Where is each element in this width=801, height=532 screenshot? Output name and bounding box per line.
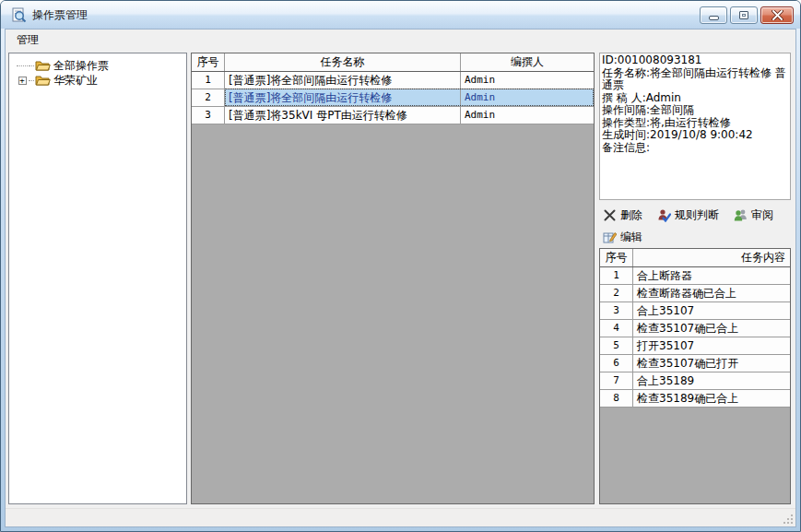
task-table-body: 1 [普通票]将全部间隔由运行转检修 Admin 2 [普通票]将全部间隔由运行…: [192, 72, 594, 124]
cell-step-content: 检查35107确已打开: [633, 355, 790, 372]
header-author[interactable]: 编撰人: [461, 53, 594, 71]
cell-step-content: 打开35107: [633, 337, 790, 354]
detail-line: 备注信息:: [602, 142, 788, 155]
cell-step-index: 4: [600, 320, 633, 337]
edit-icon: [603, 231, 617, 244]
client-area: 管理 + 全部操作票: [5, 29, 796, 527]
titlebar: 操作票管理: [1, 1, 800, 29]
maximize-icon: [739, 11, 748, 19]
content-row[interactable]: 6 检查35107确已打开: [600, 355, 790, 372]
cell-step-index: 2: [600, 285, 633, 301]
window-controls: [700, 6, 794, 24]
menubar: 管理: [6, 30, 795, 50]
menu-item-manage[interactable]: 管理: [9, 30, 46, 51]
resize-grip[interactable]: [783, 514, 794, 525]
app-icon: [11, 7, 27, 23]
tree-connector-dash: [29, 65, 34, 66]
delete-button[interactable]: 删除: [601, 207, 644, 224]
content-row[interactable]: 5 打开35107: [600, 337, 790, 355]
task-table-header: 序号 任务名称 编撰人: [192, 53, 594, 72]
minimize-icon: [709, 16, 719, 20]
main-region: + 全部操作票 +: [6, 50, 795, 508]
cell-step-index: 6: [600, 355, 633, 372]
cell-task-name: [普通票]将全部间隔由运行转检修: [225, 89, 461, 106]
detail-line: 操作类型:将,由运行转检修: [602, 117, 788, 130]
cell-index: 2: [192, 89, 225, 106]
cell-step-index: 5: [600, 337, 633, 354]
cell-step-content: 检查35107确已合上: [633, 320, 790, 337]
cell-step-content: 合上35189: [633, 372, 790, 389]
header-task-name[interactable]: 任务名称: [225, 53, 461, 71]
tree-panel: + 全部操作票 +: [8, 53, 187, 504]
expand-plus-icon[interactable]: +: [18, 77, 27, 85]
cell-step-index: 3: [600, 302, 633, 319]
review-icon: [734, 208, 748, 222]
rule-check-label: 规则判断: [675, 207, 719, 223]
status-bar: [6, 508, 795, 526]
edit-button[interactable]: 编辑: [601, 229, 644, 246]
folder-icon: [35, 74, 51, 87]
cell-author: Admin: [461, 89, 594, 106]
header-step-index[interactable]: 序号: [600, 249, 633, 266]
delete-icon: [603, 208, 617, 222]
detail-line: 操作间隔:全部间隔: [602, 104, 788, 117]
content-table-header: 序号 任务内容: [600, 249, 790, 267]
cell-step-index: 7: [600, 372, 633, 389]
content-row[interactable]: 3 合上35107: [600, 302, 790, 320]
minimize-button[interactable]: [700, 6, 727, 24]
delete-label: 删除: [620, 207, 642, 223]
task-table: 序号 任务名称 编撰人 1 [普通票]将全部间隔由运行转检修 Admin: [191, 53, 595, 504]
cell-index: 3: [192, 107, 225, 124]
details-panel: ID:001008093181 任务名称:将全部间隔由运行转检修 普通票 撰 稿…: [599, 53, 791, 200]
cell-author: Admin: [461, 107, 594, 124]
review-label: 审阅: [751, 207, 773, 223]
tree-item[interactable]: + 全部操作票: [9, 58, 186, 73]
cell-step-content: 检查断路器确已合上: [633, 285, 790, 301]
cell-step-index: 1: [600, 267, 633, 284]
tree-connector: [17, 65, 28, 66]
header-index[interactable]: 序号: [192, 53, 225, 71]
detail-line: 撰 稿 人:Admin: [602, 92, 788, 105]
content-table-body: 1 合上断路器 2 检查断路器确已合上 3 合上35107: [600, 267, 790, 408]
maximize-button[interactable]: [730, 6, 758, 24]
tree-item-label: 华荣矿业: [53, 73, 98, 89]
cell-step-content: 合上35107: [633, 302, 790, 319]
cell-author: Admin: [461, 72, 594, 89]
content-row[interactable]: 4 检查35107确已合上: [600, 320, 790, 337]
tree-expander-slot: +: [16, 65, 29, 66]
task-row[interactable]: 1 [普通票]将全部间隔由运行转检修 Admin: [192, 72, 594, 89]
cell-task-name: [普通票]将35kVⅠ 母PT由运行转检修: [225, 107, 461, 124]
content-row[interactable]: 2 检查断路器确已合上: [600, 285, 790, 302]
toolbar-row-2: 编辑: [601, 228, 644, 246]
cell-step-content: 合上断路器: [633, 267, 790, 284]
content-table: 序号 任务内容 1 合上断路器 2 检查: [599, 248, 791, 504]
window-title: 操作票管理: [32, 7, 88, 23]
folder-icon: [35, 59, 51, 72]
detail-line: 生成时间:2019/10/8 9:00:42: [602, 129, 788, 142]
task-row[interactable]: 2 [普通票]将全部间隔由运行转检修 Admin: [192, 89, 594, 107]
tree-item[interactable]: + 华荣矿业: [9, 73, 186, 88]
cell-step-content: 检查35189确已合上: [633, 390, 790, 407]
tree-item-label: 全部操作票: [53, 58, 109, 74]
close-button[interactable]: [760, 6, 794, 24]
cell-step-index: 8: [600, 390, 633, 407]
close-icon: [772, 10, 783, 20]
rule-check-button[interactable]: 规则判断: [655, 207, 721, 224]
content-row[interactable]: 1 合上断路器: [600, 267, 790, 285]
detail-line: 任务名称:将全部间隔由运行转检修 普通票: [602, 67, 788, 92]
edit-label: 编辑: [620, 230, 642, 245]
review-button[interactable]: 审阅: [732, 207, 775, 224]
cell-index: 1: [192, 72, 225, 89]
content-row[interactable]: 7 合上35189: [600, 372, 790, 390]
app-window: 操作票管理 管理 +: [0, 0, 801, 532]
rule-check-icon: [657, 208, 671, 222]
tree-connector-dash: [29, 80, 34, 81]
toolbar-row-1: 删除 规则判断: [601, 206, 775, 224]
tree-expander-slot: +: [16, 77, 29, 85]
task-row[interactable]: 3 [普通票]将35kVⅠ 母PT由运行转检修 Admin: [192, 107, 594, 124]
right-panel: ID:001008093181 任务名称:将全部间隔由运行转检修 普通票 撰 稿…: [599, 53, 791, 504]
header-step-content[interactable]: 任务内容: [633, 249, 790, 266]
content-row[interactable]: 8 检查35189确已合上: [600, 390, 790, 408]
cell-task-name: [普通票]将全部间隔由运行转检修: [225, 72, 461, 89]
detail-line: ID:001008093181: [602, 54, 788, 67]
